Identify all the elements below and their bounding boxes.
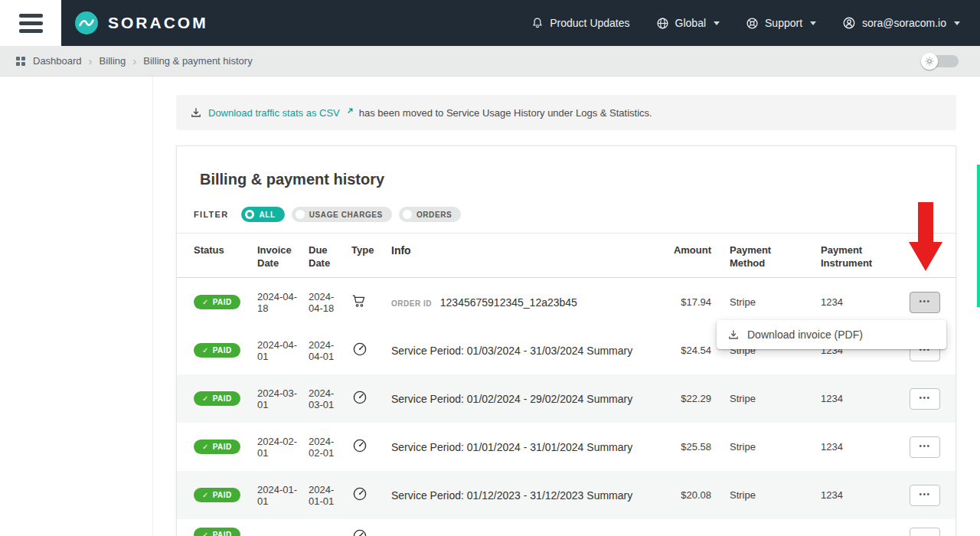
status-badge: ✓ PAID bbox=[194, 391, 240, 406]
download-csv-link[interactable]: Download traffic stats as CSV bbox=[208, 107, 353, 119]
header-status: Status bbox=[194, 244, 257, 257]
amount: $20.08 bbox=[665, 489, 711, 501]
type-cell bbox=[351, 293, 391, 311]
info-text: 12345675912345_12a23b45 bbox=[440, 296, 577, 309]
table-body: ✓ PAID 2024-04-18 2024-04-18 ORDER ID 12… bbox=[177, 278, 956, 536]
nav-product-updates[interactable]: Product Updates bbox=[531, 17, 629, 29]
notice-text: has been moved to Service Usage History … bbox=[359, 107, 652, 119]
filter-row: FILTER ALL USAGE CHARGES ORDERS bbox=[177, 207, 956, 234]
theme-toggle[interactable] bbox=[923, 55, 959, 67]
collapsed-sidebar bbox=[0, 77, 153, 536]
top-nav-items: Product Updates Global Support bbox=[531, 16, 980, 30]
payment-instrument: 1234 bbox=[821, 441, 910, 453]
row-actions-button[interactable]: ••• bbox=[910, 388, 940, 410]
row-actions-button[interactable]: ••• bbox=[910, 436, 940, 458]
header-type: Type bbox=[351, 244, 391, 257]
top-navigation-bar: SORACOM Product Updates Global bbox=[0, 0, 980, 46]
ellipsis-icon: ••• bbox=[919, 443, 930, 450]
radio-icon bbox=[403, 210, 412, 219]
info-text: Service Period: 01/01/2024 - 31/01/2024 … bbox=[391, 441, 632, 453]
chevron-down-icon bbox=[714, 21, 720, 25]
nav-label: Global bbox=[675, 17, 706, 29]
amount: $25.58 bbox=[665, 441, 711, 453]
usage-meter-icon bbox=[351, 341, 368, 358]
header-payment-method: Payment Method bbox=[711, 244, 821, 270]
breadcrumb-current-page: Billing & payment history bbox=[143, 55, 252, 67]
payment-method: Stripe bbox=[711, 296, 821, 308]
menu-item-download-invoice[interactable]: Download invoice (PDF) bbox=[747, 328, 863, 341]
actions-cell: ••• bbox=[910, 292, 940, 313]
info-text: Service Period: 01/02/2024 - 29/02/2024 … bbox=[391, 393, 632, 405]
check-icon: ✓ bbox=[202, 347, 209, 355]
nav-global[interactable]: Global bbox=[656, 17, 720, 30]
payment-instrument: 1234 bbox=[821, 296, 910, 308]
row-actions-button[interactable]: ••• bbox=[910, 528, 940, 536]
filter-option-usage-charges[interactable]: USAGE CHARGES bbox=[292, 207, 392, 222]
breadcrumb-billing[interactable]: Billing bbox=[100, 55, 126, 67]
due-date: 2024-04-01 bbox=[309, 339, 351, 362]
order-id-label: ORDER ID bbox=[391, 299, 432, 308]
filter-option-orders[interactable]: ORDERS bbox=[399, 207, 461, 222]
status-badge: ✓ PAID bbox=[194, 295, 240, 309]
type-cell bbox=[351, 389, 391, 408]
actions-cell: ••• bbox=[910, 528, 940, 536]
info-cell: Service Period: 01/12/2023 - 31/12/2023 … bbox=[391, 489, 665, 502]
due-date: 2024-04-18 bbox=[309, 291, 351, 314]
info-text: Service Period: 01/03/2024 - 31/03/2024 … bbox=[391, 345, 632, 357]
status-cell: ✓ PAID bbox=[194, 528, 257, 536]
breadcrumb-separator-icon: › bbox=[89, 55, 93, 67]
main-content: Download traffic stats as CSV has been m… bbox=[176, 77, 956, 536]
status-cell: ✓ PAID bbox=[194, 440, 257, 454]
invoice-date: 2024-04-01 bbox=[257, 339, 309, 362]
row-actions-button[interactable]: ••• bbox=[910, 485, 940, 506]
status-cell: ✓ PAID bbox=[194, 343, 257, 358]
status-cell: ✓ PAID bbox=[194, 391, 257, 406]
type-cell bbox=[351, 437, 391, 456]
menu-button[interactable] bbox=[0, 0, 61, 46]
nav-account[interactable]: sora@soracom.io bbox=[842, 16, 960, 30]
header-invoice-date: Invoice Date bbox=[257, 244, 309, 270]
globe-icon bbox=[656, 17, 669, 30]
download-icon bbox=[190, 106, 202, 119]
nav-support[interactable]: Support bbox=[746, 17, 816, 30]
payment-instrument: 1234 bbox=[821, 393, 910, 404]
external-link-icon bbox=[344, 108, 353, 117]
due-date: 2024-03-01 bbox=[309, 387, 351, 410]
status-badge: ✓ PAID bbox=[194, 488, 240, 502]
actions-cell: ••• bbox=[910, 485, 940, 506]
radio-selected-icon bbox=[245, 210, 254, 219]
breadcrumb: Dashboard › Billing › Billing & payment … bbox=[0, 46, 980, 77]
status-cell: ✓ PAID bbox=[194, 295, 257, 309]
ellipsis-icon: ••• bbox=[919, 394, 930, 402]
soracom-logo-icon bbox=[74, 10, 100, 36]
invoice-date: 2024-01-01 bbox=[257, 484, 309, 507]
table-row: ✓ PAID 2024-02-01 2024-02-01 Service Per… bbox=[177, 423, 956, 471]
user-icon bbox=[842, 16, 856, 30]
annotation-arrow bbox=[909, 202, 942, 271]
actions-cell: ••• bbox=[910, 388, 940, 410]
check-icon: ✓ bbox=[202, 443, 209, 451]
usage-meter-icon bbox=[351, 437, 368, 454]
header-due-date: Due Date bbox=[309, 244, 351, 270]
type-cell bbox=[351, 341, 391, 360]
breadcrumb-dashboard[interactable]: Dashboard bbox=[33, 55, 82, 67]
actions-cell: ••• bbox=[910, 436, 940, 458]
row-actions-button[interactable]: ••• bbox=[910, 292, 940, 313]
download-icon bbox=[727, 328, 740, 341]
dashboard-grid-icon bbox=[15, 56, 26, 67]
header-payment-instrument: Payment Instrument bbox=[821, 244, 910, 270]
scroll-indicator[interactable] bbox=[977, 165, 980, 307]
check-icon: ✓ bbox=[202, 395, 209, 403]
breadcrumb-separator-icon: › bbox=[132, 55, 136, 67]
type-cell bbox=[351, 528, 391, 536]
toggle-knob bbox=[921, 53, 938, 70]
check-icon: ✓ bbox=[202, 531, 209, 536]
payment-method: Stripe bbox=[711, 393, 821, 404]
support-icon bbox=[746, 17, 759, 30]
radio-icon bbox=[296, 210, 305, 219]
due-date: 2024-01-01 bbox=[309, 484, 351, 507]
usage-meter-icon bbox=[351, 485, 368, 502]
filter-option-all[interactable]: ALL bbox=[241, 207, 284, 222]
amount: $17.94 bbox=[665, 296, 711, 308]
page-title: Billing & payment history bbox=[177, 146, 956, 207]
